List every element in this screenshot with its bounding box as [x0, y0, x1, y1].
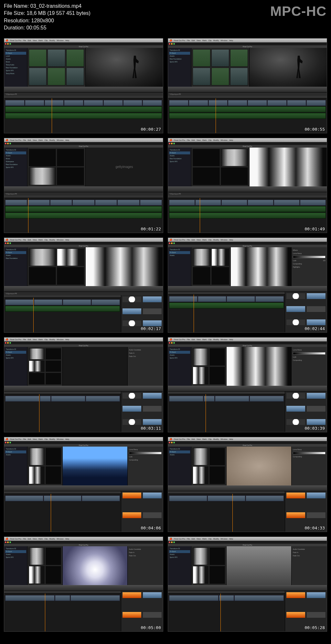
timeline[interactable] — [4, 295, 121, 332]
timeline[interactable] — [4, 491, 121, 532]
thumbnail-9: 🍎Final Cut ProFileEditViewMarkClipModify… — [4, 437, 163, 532]
viewer[interactable] — [85, 247, 163, 286]
sidebar-item[interactable]: Temp Music — [5, 72, 26, 75]
viewer[interactable] — [226, 347, 291, 386]
inspector-title: Effects — [293, 249, 326, 252]
center-toolbar[interactable] — [4, 87, 163, 93]
inspector-panel[interactable]: Audio Crossfade Fade In Fade Out — [291, 546, 327, 585]
clip-browser[interactable] — [191, 148, 249, 186]
thumbnail-8: 🍎Final Cut ProFileEditViewMarkClipModify… — [168, 337, 327, 432]
effect-thumb[interactable] — [143, 320, 162, 327]
timeline[interactable] — [4, 96, 163, 133]
timeline[interactable] — [168, 392, 285, 432]
inspector-panel[interactable]: Audio Crossfade Fade In Fade Out — [127, 546, 163, 585]
sidebar-item[interactable]: Music — [5, 61, 26, 63]
playhead[interactable] — [52, 98, 52, 133]
viewer[interactable] — [62, 347, 127, 386]
viewer[interactable] — [226, 546, 291, 585]
sidebar-item[interactable]: Sprint VFX — [5, 69, 26, 72]
sidebar-item[interactable]: Temp Audio — [5, 63, 26, 66]
inspector-panel[interactable]: Luma Ramp Look Compositing — [127, 447, 163, 485]
thumbnail-7: 🍎Final Cut ProFileEditViewMarkClipModify… — [4, 337, 163, 432]
effect-thumb[interactable] — [122, 320, 142, 327]
timestamp: 00:05:28 — [304, 625, 325, 630]
player-silhouette-icon — [130, 56, 140, 78]
clip-browser[interactable] — [27, 247, 85, 286]
clip-thumb[interactable] — [48, 49, 65, 67]
library-sidebar[interactable]: Transitions-03Tri SportAssetsMusicWorksp… — [4, 148, 27, 186]
clip-browser[interactable] — [191, 546, 226, 585]
effect-thumb[interactable] — [122, 308, 142, 315]
viewer[interactable] — [226, 447, 291, 485]
thumbnail-6: 🍎Final Cut ProFileEditViewMarkClipModify… — [168, 238, 327, 333]
clip-browser[interactable] — [191, 447, 226, 485]
thumbnail-3: 🍎Final Cut ProFileEditViewMarkClipModify… — [4, 138, 163, 233]
effect-thumb[interactable] — [122, 296, 142, 303]
thumbnail-11: 🍎Final Cut ProFileEditViewMarkClipModify… — [4, 537, 163, 632]
window-traffic-lights — [4, 42, 163, 45]
inspector-panel[interactable]: Luma Ramp Look Compositing — [291, 347, 327, 386]
timeline[interactable] — [168, 292, 285, 332]
clip-thumb[interactable] — [66, 68, 84, 85]
viewer[interactable] — [62, 447, 127, 485]
audio-track[interactable] — [5, 106, 162, 112]
clip-thumb[interactable] — [29, 68, 47, 85]
viewer[interactable] — [230, 247, 292, 286]
macos-menubar: 🍎Final Cut ProFileEditViewMarkClipModify… — [168, 39, 327, 42]
timestamp: 00:02:44 — [304, 326, 325, 331]
timeline[interactable] — [168, 195, 327, 233]
inspector-panel[interactable]: Effects Luma Ramp Look100 Compositing Hi… — [291, 247, 327, 286]
clip-thumb[interactable] — [29, 49, 47, 67]
timeline[interactable] — [4, 591, 121, 631]
timeline[interactable] — [4, 195, 163, 233]
window-titlebar: Final Cut Pro — [4, 45, 163, 48]
timestamp: 00:03:39 — [304, 426, 325, 431]
timestamp: 00:00:27 — [141, 127, 161, 132]
file-info-header: File Name: 03_02-transitions.mp4 File Si… — [0, 0, 331, 34]
clip-browser[interactable] — [27, 48, 85, 87]
sidebar-item[interactable]: Local — [5, 55, 26, 58]
clip-browser[interactable] — [191, 48, 249, 87]
clip-browser[interactable] — [27, 546, 62, 585]
timeline[interactable] — [168, 96, 327, 133]
viewer[interactable] — [85, 48, 163, 87]
timestamp: 00:03:11 — [141, 426, 161, 431]
timeline[interactable] — [168, 491, 285, 532]
timestamp: 00:01:22 — [141, 227, 161, 231]
thumbnail-4: 🍎Final Cut ProFileEditViewMarkClipModify… — [168, 138, 327, 233]
effect-thumb[interactable] — [143, 308, 162, 315]
timeline[interactable] — [4, 392, 121, 432]
viewer[interactable] — [62, 546, 127, 585]
inspector-panel[interactable]: Luma Ramp Compositing — [291, 447, 327, 485]
library-sidebar[interactable]: Transitions-03Tri SportAssetsRaw Foundat… — [168, 48, 191, 87]
app-title: MPC-HC — [270, 2, 326, 21]
audio-track[interactable] — [5, 113, 162, 119]
timeline-ruler[interactable] — [4, 96, 163, 98]
clip-browser[interactable] — [27, 148, 85, 186]
sidebar-item[interactable]: Tri Sport — [5, 52, 26, 55]
effect-thumb[interactable] — [143, 296, 162, 303]
timestamp: 00:00:55 — [304, 127, 325, 132]
library-sidebar[interactable]: Transitions-03 Tri Sport Local Assets Mu… — [4, 48, 27, 87]
clip-thumb[interactable] — [48, 68, 65, 85]
timestamp: 00:01:49 — [304, 227, 325, 231]
sidebar-item[interactable]: Raw Foundation — [5, 66, 26, 69]
sidebar-item[interactable]: Assets — [5, 58, 26, 61]
inspector-row[interactable]: Luma Ramp — [293, 252, 326, 255]
timestamp: 00:02:17 — [141, 326, 161, 331]
viewer[interactable] — [85, 148, 163, 186]
clip-browser[interactable] — [27, 347, 62, 386]
viewer[interactable] — [249, 148, 327, 186]
viewer[interactable] — [249, 48, 327, 87]
apple-icon: 🍎 — [5, 39, 8, 42]
video-track[interactable] — [5, 100, 162, 106]
timeline[interactable] — [168, 591, 285, 631]
clip-browser[interactable] — [27, 447, 62, 485]
clip-thumb[interactable] — [66, 49, 84, 67]
clip-browser[interactable] — [191, 247, 230, 286]
clip-browser[interactable] — [191, 347, 226, 386]
inspector-panel[interactable]: Audio Crossfade Fade In Fade Out — [127, 347, 163, 386]
gradient-preview[interactable] — [293, 256, 326, 258]
thumbnail-grid: 🍎 Final Cut Pro FileEditViewMarkClipModi… — [0, 34, 331, 636]
sidebar-item[interactable]: Transitions-03 — [5, 49, 26, 52]
